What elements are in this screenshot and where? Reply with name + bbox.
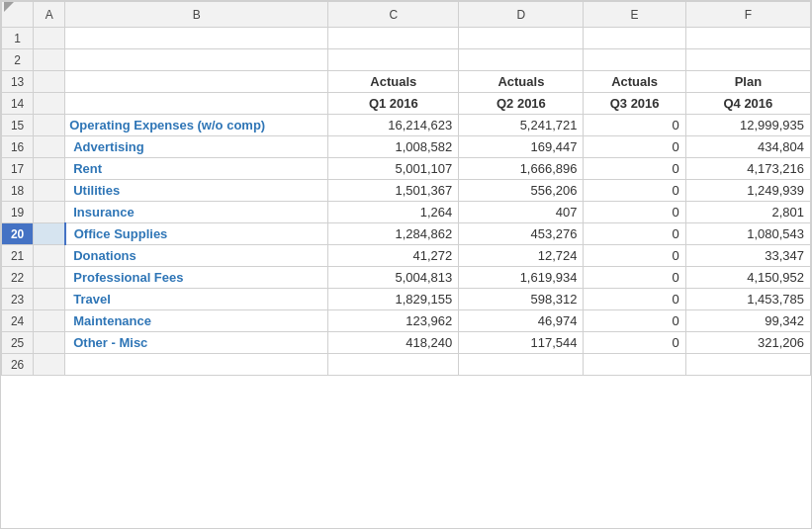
col-header-b[interactable]: B xyxy=(65,2,328,28)
col-header-e[interactable]: E xyxy=(584,2,685,28)
cell-f17[interactable]: 4,173,216 xyxy=(685,158,810,180)
cell-f20[interactable]: 1,080,543 xyxy=(685,223,810,245)
cell-a22[interactable] xyxy=(34,267,65,289)
cell-e25[interactable]: 0 xyxy=(584,332,685,354)
cell-a15[interactable] xyxy=(34,115,65,136)
col-header-f[interactable]: F xyxy=(685,2,810,28)
cell-c26[interactable] xyxy=(328,354,459,376)
cell-f21[interactable]: 33,347 xyxy=(685,245,810,267)
row-num-2[interactable]: 2 xyxy=(2,49,34,71)
row-num-24[interactable]: 24 xyxy=(2,310,34,332)
cell-e17[interactable]: 0 xyxy=(584,158,685,180)
cell-c24[interactable]: 123,962 xyxy=(328,310,459,332)
cell-b26[interactable] xyxy=(65,354,328,376)
cell-a2[interactable] xyxy=(34,49,65,71)
cell-e24[interactable]: 0 xyxy=(584,310,685,332)
label-row15[interactable]: Operating Expenses (w/o comp) xyxy=(65,115,328,136)
cell-d16[interactable]: 169,447 xyxy=(459,136,584,158)
cell-f1[interactable] xyxy=(685,28,810,49)
row-num-18[interactable]: 18 xyxy=(2,180,34,202)
col-header-d[interactable]: D xyxy=(459,2,584,28)
cell-c17[interactable]: 5,001,107 xyxy=(328,158,459,180)
cell-f15[interactable]: 12,999,935 xyxy=(685,115,810,136)
cell-c1[interactable] xyxy=(328,28,459,49)
cell-f2[interactable] xyxy=(685,49,810,71)
cell-c23[interactable]: 1,829,155 xyxy=(328,289,459,310)
cell-a21[interactable] xyxy=(34,245,65,267)
row-num-19[interactable]: 19 xyxy=(2,202,34,223)
cell-b13[interactable] xyxy=(65,71,328,93)
label-row17[interactable]: Rent xyxy=(65,158,328,180)
cell-e19[interactable]: 0 xyxy=(584,202,685,223)
label-row25[interactable]: Other - Misc xyxy=(65,332,328,354)
cell-f24[interactable]: 99,342 xyxy=(685,310,810,332)
cell-b1[interactable] xyxy=(65,28,328,49)
cell-d19[interactable]: 407 xyxy=(459,202,584,223)
cell-e18[interactable]: 0 xyxy=(584,180,685,202)
cell-d20[interactable]: 453,276 xyxy=(459,223,584,245)
cell-e16[interactable]: 0 xyxy=(584,136,685,158)
cell-d2[interactable] xyxy=(459,49,584,71)
cell-c18[interactable]: 1,501,367 xyxy=(328,180,459,202)
cell-d1[interactable] xyxy=(459,28,584,49)
label-row23[interactable]: Travel xyxy=(65,289,328,310)
cell-f25[interactable]: 321,206 xyxy=(685,332,810,354)
cell-c20[interactable]: 1,284,862 xyxy=(328,223,459,245)
cell-e23[interactable]: 0 xyxy=(584,289,685,310)
label-row22[interactable]: Professional Fees xyxy=(65,267,328,289)
cell-f16[interactable]: 434,804 xyxy=(685,136,810,158)
cell-a16[interactable] xyxy=(34,136,65,158)
cell-a24[interactable] xyxy=(34,310,65,332)
col-header-a[interactable]: A xyxy=(34,2,65,28)
row-num-26[interactable]: 26 xyxy=(2,354,34,376)
cell-d26[interactable] xyxy=(459,354,584,376)
cell-d22[interactable]: 1,619,934 xyxy=(459,267,584,289)
col-header-c[interactable]: C xyxy=(328,2,459,28)
cell-f23[interactable]: 1,453,785 xyxy=(685,289,810,310)
cell-f26[interactable] xyxy=(685,354,810,376)
cell-a17[interactable] xyxy=(34,158,65,180)
label-row18[interactable]: Utilities xyxy=(65,180,328,202)
cell-b14[interactable] xyxy=(65,93,328,115)
row-num-21[interactable]: 21 xyxy=(2,245,34,267)
row-num-14[interactable]: 14 xyxy=(2,93,34,115)
row-num-13[interactable]: 13 xyxy=(2,71,34,93)
cell-e15[interactable]: 0 xyxy=(584,115,685,136)
cell-d17[interactable]: 1,666,896 xyxy=(459,158,584,180)
cell-e21[interactable]: 0 xyxy=(584,245,685,267)
cell-d25[interactable]: 117,544 xyxy=(459,332,584,354)
cell-c16[interactable]: 1,008,582 xyxy=(328,136,459,158)
row-num-20[interactable]: 20 xyxy=(2,223,34,245)
row-num-16[interactable]: 16 xyxy=(2,136,34,158)
cell-e2[interactable] xyxy=(584,49,685,71)
cell-a18[interactable] xyxy=(34,180,65,202)
cell-f18[interactable]: 1,249,939 xyxy=(685,180,810,202)
cell-e20[interactable]: 0 xyxy=(584,223,685,245)
cell-c19[interactable]: 1,264 xyxy=(328,202,459,223)
label-row19[interactable]: Insurance xyxy=(65,202,328,223)
row-num-25[interactable]: 25 xyxy=(2,332,34,354)
cell-a19[interactable] xyxy=(34,202,65,223)
cell-c22[interactable]: 5,004,813 xyxy=(328,267,459,289)
row-num-22[interactable]: 22 xyxy=(2,267,34,289)
cell-d21[interactable]: 12,724 xyxy=(459,245,584,267)
label-row21[interactable]: Donations xyxy=(65,245,328,267)
cell-c15[interactable]: 16,214,623 xyxy=(328,115,459,136)
cell-d15[interactable]: 5,241,721 xyxy=(459,115,584,136)
cell-a23[interactable] xyxy=(34,289,65,310)
row-num-15[interactable]: 15 xyxy=(2,115,34,136)
cell-f19[interactable]: 2,801 xyxy=(685,202,810,223)
cell-a25[interactable] xyxy=(34,332,65,354)
cell-d18[interactable]: 556,206 xyxy=(459,180,584,202)
row-num-17[interactable]: 17 xyxy=(2,158,34,180)
label-row20[interactable]: Office Supplies xyxy=(65,223,328,245)
cell-a20[interactable] xyxy=(34,223,65,245)
label-row16[interactable]: Advertising xyxy=(65,136,328,158)
cell-b2[interactable] xyxy=(65,49,328,71)
cell-f22[interactable]: 4,150,952 xyxy=(685,267,810,289)
cell-e22[interactable]: 0 xyxy=(584,267,685,289)
cell-d23[interactable]: 598,312 xyxy=(459,289,584,310)
cell-a26[interactable] xyxy=(34,354,65,376)
cell-d24[interactable]: 46,974 xyxy=(459,310,584,332)
label-row24[interactable]: Maintenance xyxy=(65,310,328,332)
